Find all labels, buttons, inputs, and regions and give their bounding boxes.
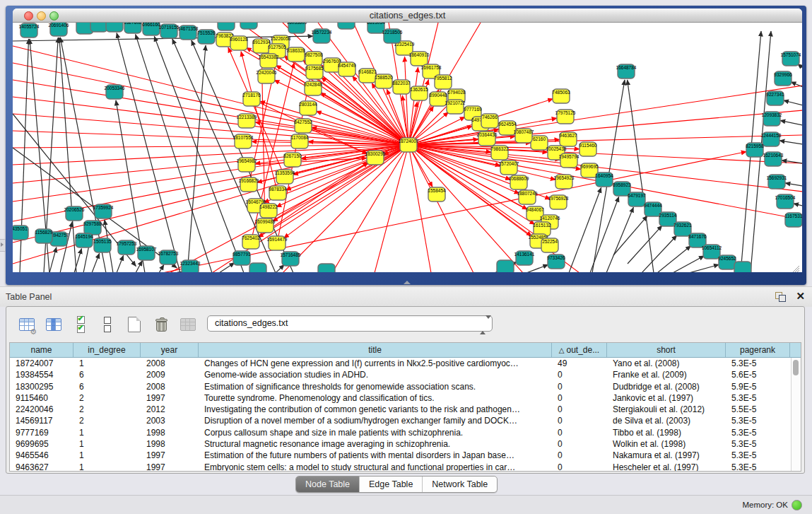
table-cell: Tourette syndrome. Phenomenology and cla… xyxy=(199,392,552,404)
graph-node-label: 2803144 xyxy=(299,102,317,107)
graph-node-label: 7485063 xyxy=(552,90,570,95)
graph-node-label: 1615132 xyxy=(533,223,551,228)
sidebar-collapse-handle[interactable] xyxy=(0,239,6,252)
graph-node-label: 16914479 xyxy=(267,237,288,242)
graph-node[interactable] xyxy=(497,260,514,272)
table-cell: Tibbo et al. (1998) xyxy=(607,427,726,438)
scrollbar-thumb[interactable] xyxy=(793,360,799,375)
graph-node[interactable] xyxy=(240,23,257,29)
graph-node-label: 1498222 xyxy=(259,204,278,209)
graph-node-label: 8990448 xyxy=(429,93,447,98)
import-table-icon[interactable] xyxy=(177,314,199,335)
graph-node[interactable] xyxy=(218,23,235,30)
close-panel-icon[interactable]: ✕ xyxy=(796,290,805,303)
table-cell: 9115460 xyxy=(10,392,73,404)
graph-node-label: 17957253 xyxy=(117,241,137,246)
new-table-icon[interactable] xyxy=(124,314,145,335)
table-row[interactable]: 1830029562008Estimation of significance … xyxy=(10,381,801,392)
table-header-row: namein_degreeyeartitle△out_de...shortpag… xyxy=(10,343,801,358)
table-cell: 1 xyxy=(73,462,141,472)
graph-node-label: 18107554 xyxy=(233,135,254,140)
memory-status-indicator[interactable] xyxy=(792,500,802,510)
table-select-dropdown[interactable]: citations_edges.txt xyxy=(207,315,493,332)
graph-node-label: 9227341 xyxy=(766,92,784,97)
citation-graph[interactable]: 1872400718300295796382289601288912934152… xyxy=(13,23,802,272)
tab-node-table[interactable]: Node Table xyxy=(296,477,359,492)
column-header-in_degree[interactable]: in_degree xyxy=(73,343,141,357)
table-panel-title: Table Panel xyxy=(6,292,52,302)
graph-node-label: 10653247 xyxy=(105,23,125,23)
table-row[interactable]: 969969511998Structural magnetic resonanc… xyxy=(10,438,801,450)
table-cell: 5.3E-5 xyxy=(726,358,790,369)
table-cell: 1 xyxy=(73,450,141,461)
graph-node[interactable] xyxy=(106,23,123,32)
graph-node-label: 9484067 xyxy=(526,207,544,212)
table-cell: 0 xyxy=(552,369,607,380)
table-cell: 2003 xyxy=(141,415,199,426)
graph-node[interactable] xyxy=(734,262,751,272)
graph-node-label: 9699695 xyxy=(580,164,599,169)
table-row[interactable]: 2242004622012Investigating the contribut… xyxy=(10,404,801,415)
panel-splitter-grip[interactable] xyxy=(404,281,411,284)
network-canvas[interactable]: 1872400718300295796382289601288912934152… xyxy=(13,23,802,272)
graph-node-label: 1505135 xyxy=(93,239,112,244)
table-settings-icon[interactable]: ⚙ xyxy=(16,314,37,335)
graph-node-label: 17975125 xyxy=(555,110,576,115)
graph-node-label: 6794028 xyxy=(447,90,466,95)
table-row[interactable]: 946554611997Estimation of the future num… xyxy=(10,450,801,461)
table-cell: 49 xyxy=(552,358,607,369)
show-columns-icon[interactable] xyxy=(43,314,64,335)
tab-edge-table[interactable]: Edge Table xyxy=(359,477,422,492)
network-window-titlebar[interactable]: citations_edges.txt xyxy=(13,8,802,23)
table-cell: Hescheler et al. (1997) xyxy=(607,462,726,472)
graph-node-label: 15720407 xyxy=(499,161,519,166)
graph-node-label: 20691406 xyxy=(49,23,69,28)
float-panel-icon[interactable] xyxy=(775,292,785,301)
delete-table-icon[interactable] xyxy=(151,314,172,335)
graph-node-label: 7986322 xyxy=(490,146,509,151)
graph-node-label: 16648784 xyxy=(616,65,637,70)
select-all-rows-icon[interactable] xyxy=(70,314,91,335)
table-row[interactable]: 946362711997Embryonic stem cells: a mode… xyxy=(10,462,801,472)
memory-status-label: Memory: OK xyxy=(742,501,788,509)
graph-node-label: 9245652 xyxy=(718,256,736,261)
graph-node[interactable] xyxy=(318,264,335,272)
graph-node[interactable] xyxy=(90,23,107,32)
table-cell: Estimation of the future numbers of pati… xyxy=(199,450,552,461)
graph-node-label: 9878334 xyxy=(269,187,287,192)
column-header-out_de[interactable]: △out_de... xyxy=(552,343,607,357)
table-cell: 0 xyxy=(552,381,607,392)
graph-node-label: 18724007 xyxy=(399,139,419,144)
vertical-scrollbar[interactable] xyxy=(791,358,801,471)
graph-node-label: 18300295 xyxy=(365,151,386,156)
table-row[interactable]: 1938455462009Genome-wide association stu… xyxy=(10,369,801,380)
graph-node-label: 1170084 xyxy=(291,135,309,140)
graph-node-label: 1156829 xyxy=(35,230,53,235)
table-cell: de Silva et al. (2003) xyxy=(607,415,726,426)
network-window: citations_edges.txt 18724007183002957963… xyxy=(13,8,802,272)
table-cell: 1 xyxy=(73,427,141,438)
rows-icon[interactable] xyxy=(97,314,118,335)
graph-node[interactable] xyxy=(249,263,266,272)
column-header-title[interactable]: title xyxy=(199,343,552,357)
column-header-pagerank[interactable]: pagerank xyxy=(726,343,790,357)
graph-node-label: 9297588 xyxy=(83,221,102,226)
graph-node-label: 15226058 xyxy=(271,36,291,41)
column-header-short[interactable]: short xyxy=(607,343,726,357)
graph-node-label: 9115460 xyxy=(579,143,597,148)
table-row[interactable]: 1456911722003Disruption of a novel membe… xyxy=(10,415,801,426)
graph-node-label: 15692931 xyxy=(767,175,787,180)
graph-node-label: 18572234 xyxy=(312,30,332,35)
column-header-name[interactable]: name xyxy=(10,343,73,357)
tab-network-table[interactable]: Network Table xyxy=(422,477,497,492)
table-row[interactable]: 911546021997Tourette syndrome. Phenomeno… xyxy=(10,392,801,404)
table-cell: 5.3E-5 xyxy=(726,438,790,450)
graph-node-label: 2718176 xyxy=(242,93,261,98)
graph-node-label: 62160 xyxy=(533,136,546,141)
table-row[interactable]: 977716911998Corpus callosum shape and si… xyxy=(10,427,801,438)
graph-node[interactable] xyxy=(338,23,355,29)
table-row[interactable]: 1872400712008Changes of HCN gene express… xyxy=(10,358,801,369)
graph-node-label: 10688609 xyxy=(509,176,529,181)
column-header-year[interactable]: year xyxy=(141,343,199,357)
table-cell: 9465546 xyxy=(10,450,73,461)
